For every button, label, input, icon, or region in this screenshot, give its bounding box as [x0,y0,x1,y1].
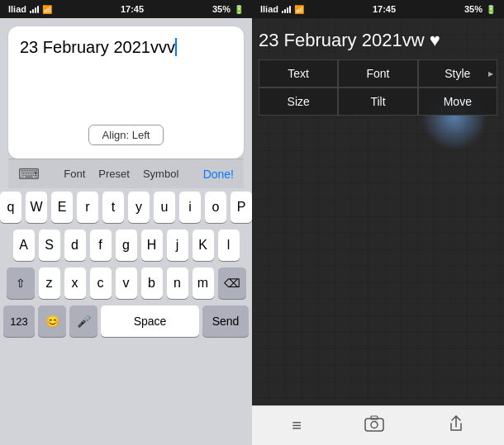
right-status-bar: Iliad 📶 17:45 35% 🔋 [252,0,504,18]
preset-label[interactable]: Preset [98,168,130,180]
font-label[interactable]: Font [64,168,85,180]
signal-bar-1 [30,11,31,13]
text-value: 23 February 2021vvv [20,38,175,56]
key-y[interactable]: y [128,192,150,223]
signal-bar-3 [35,7,36,13]
symbol-label[interactable]: Symbol [143,168,178,180]
left-wifi-icon: 📶 [42,5,52,14]
key-w[interactable]: W [26,192,47,223]
key-e[interactable]: E [51,192,73,223]
align-button[interactable]: Align: Left [88,125,164,145]
key-u[interactable]: u [154,192,175,223]
right-bottom-toolbar: ≡ [252,405,504,445]
right-status-left: Iliad 📶 [260,4,304,14]
share-icon[interactable] [448,414,464,438]
left-battery-icon: 🔋 [234,5,244,14]
left-battery-percent: 35% [212,4,231,14]
menu-style-label: Style [445,67,470,80]
left-signal-bars [30,5,39,13]
right-signal-bar-2 [284,9,286,13]
key-row-2: A S d f g H j K l [3,230,249,261]
camera-icon[interactable] [364,415,384,436]
menu-item-move[interactable]: Move [418,88,497,116]
signal-bar-2 [32,9,34,13]
key-k[interactable]: K [193,230,214,261]
menu-icon[interactable]: ≡ [292,416,302,435]
menu-item-font[interactable]: Font [338,59,417,88]
key-b[interactable]: b [141,267,163,299]
menu-font-label: Font [366,67,389,80]
right-wifi-icon: 📶 [294,5,304,14]
key-i[interactable]: i [179,192,201,223]
context-menu: Text Font Style Size Tilt Move [259,59,497,116]
right-signal-bar-3 [287,7,288,13]
menu-tilt-label: Tilt [370,95,385,108]
canvas-text: 23 February 2021vw ♥ [259,30,440,51]
key-row-1: q W E r t y u i o P [3,192,249,223]
left-panel: Iliad 📶 17:45 35% 🔋 23 February 2021vvv … [0,0,252,445]
menu-move-label: Move [444,95,472,108]
svg-rect-0 [365,419,383,431]
right-carrier: Iliad [260,4,278,14]
menu-item-text[interactable]: Text [259,59,338,88]
key-send[interactable]: Send [202,305,249,337]
key-space[interactable]: Space [101,305,199,337]
text-content: 23 February 2021vvv [20,36,232,58]
key-emoji[interactable]: 😊 [38,305,66,337]
key-g[interactable]: g [116,230,137,261]
keyboard-icon[interactable]: ⌨ [18,165,40,183]
key-m[interactable]: m [193,267,214,299]
canvas-area[interactable]: 23 February 2021vw ♥ Text Font Style Siz… [252,18,504,405]
key-l[interactable]: l [218,230,240,261]
menu-size-label: Size [288,95,310,108]
key-p[interactable]: P [231,192,252,223]
key-o[interactable]: o [205,192,226,223]
key-j[interactable]: j [167,230,188,261]
key-numbers[interactable]: 123 [3,305,35,337]
key-z[interactable]: z [39,267,60,299]
key-a[interactable]: A [13,230,35,261]
right-status-right: 35% 🔋 [464,4,496,14]
menu-item-size[interactable]: Size [259,88,338,116]
right-signal-bars [282,5,291,13]
keyboard: q W E r t y u i o P A S d f g H j K l ⇧ … [0,188,252,445]
right-signal-bar-4 [289,6,291,13]
key-v[interactable]: v [116,267,137,299]
svg-point-1 [371,422,378,428]
key-delete[interactable]: ⌫ [218,267,246,299]
left-editor-toolbar: ⌨ Font Preset Symbol Done! [8,159,244,188]
menu-text-label: Text [288,67,309,80]
menu-item-style[interactable]: Style [418,59,497,88]
key-d[interactable]: d [64,230,86,261]
menu-item-tilt[interactable]: Tilt [338,88,417,116]
key-c[interactable]: c [90,267,112,299]
text-cursor [175,38,177,56]
key-s[interactable]: S [39,230,60,261]
key-x[interactable]: x [64,267,86,299]
key-row-3: ⇧ z x c v b n m ⌫ [3,267,249,299]
signal-bar-4 [37,6,39,13]
key-n[interactable]: n [167,267,188,299]
left-carrier: Iliad [8,4,26,14]
key-q[interactable]: q [0,192,21,223]
align-btn-row: Align: Left [20,118,232,149]
key-row-bottom: 123 😊 🎤 Space Send [3,305,249,337]
left-status-bar: Iliad 📶 17:45 35% 🔋 [0,0,252,18]
right-signal-bar-1 [282,11,283,13]
right-battery-icon: 🔋 [486,5,496,14]
toolbar-labels: Font Preset Symbol [64,168,178,180]
key-r[interactable]: r [77,192,98,223]
left-status-left: Iliad 📶 [8,4,52,14]
text-area[interactable]: 23 February 2021vvv Align: Left [8,26,244,159]
left-time: 17:45 [121,4,144,14]
canvas-text-value: 23 February 2021vw ♥ [259,30,440,50]
key-h[interactable]: H [141,230,163,261]
key-shift[interactable]: ⇧ [7,267,35,299]
key-f[interactable]: f [90,230,112,261]
right-panel: Iliad 📶 17:45 35% 🔋 23 February 2021vw ♥… [252,0,504,445]
right-battery-percent: 35% [464,4,483,14]
key-mic[interactable]: 🎤 [69,305,97,337]
right-time: 17:45 [373,4,396,14]
done-button[interactable]: Done! [203,168,234,181]
key-t[interactable]: t [102,192,124,223]
